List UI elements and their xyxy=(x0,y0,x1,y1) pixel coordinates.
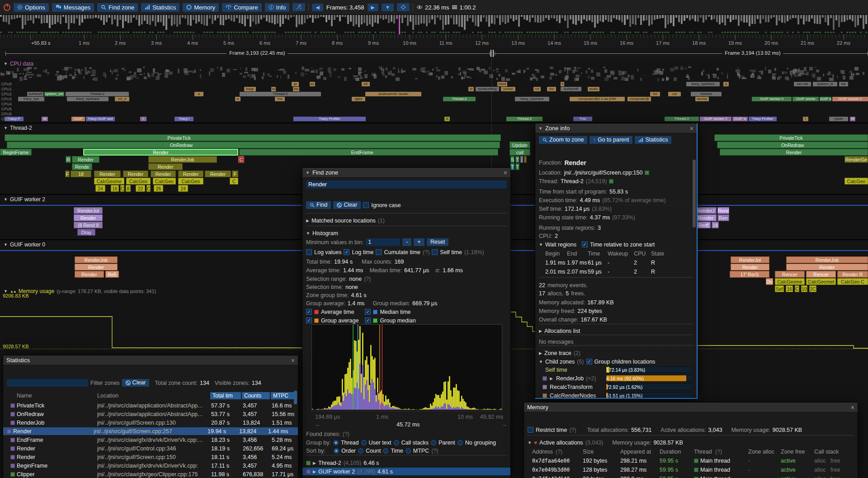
cpu-zone[interactable]: syste xyxy=(829,117,848,121)
timeline-zone[interactable]: Ren xyxy=(717,214,729,221)
timeline-zone[interactable]: Dray xyxy=(77,229,95,236)
cpu-zone[interactable]: st xyxy=(468,87,474,91)
timeline-zone[interactable]: RenderJol xyxy=(731,256,769,263)
cpu-zone[interactable]: tracy_sys xyxy=(18,97,44,101)
timeline-zone[interactable]: (8 Rend 9 xyxy=(74,222,103,228)
statistics-button[interactable]: Statistics xyxy=(141,3,179,12)
cpu-zone[interactable]: composer@2.1-se [HW xyxy=(570,97,625,101)
timeline-zone[interactable]: Render xyxy=(151,170,176,177)
cpu-zone[interactable]: igiks xyxy=(352,97,365,101)
timeline-zone[interactable]: C xyxy=(230,178,238,185)
next-frame-button[interactable]: ▶ xyxy=(368,4,378,11)
timeline-zone[interactable]: 24 xyxy=(178,185,188,192)
thread2-header[interactable]: ▼Thread-2 xyxy=(4,125,32,131)
radio-button[interactable] xyxy=(406,448,411,454)
expander-icon[interactable]: ▶ xyxy=(306,218,309,223)
timeline-zone[interactable]: PrivateTick xyxy=(714,134,868,141)
time-bar[interactable]: 72.92 μs (1.62%) xyxy=(606,383,693,390)
timeline-zone[interactable]: CalcGeo C xyxy=(837,278,868,285)
cpu-zone[interactable]: surfacefling xyxy=(476,87,499,91)
cpu-zone[interactable]: GUIF worker 2 xyxy=(700,117,731,121)
cpu-zone[interactable]: kwgr xyxy=(244,87,256,91)
cpu-zone[interactable]: M xyxy=(42,117,48,121)
cpu-zone[interactable]: l xyxy=(803,117,808,121)
cpu-zone[interactable]: surfac xyxy=(501,87,515,91)
radio-button[interactable] xyxy=(458,440,463,445)
timeline-zone[interactable]: CalcGeo xyxy=(126,178,151,185)
timeline-zone[interactable]: RenderGe xyxy=(844,156,868,163)
expander-icon[interactable]: ▶ xyxy=(550,376,553,381)
time-bar[interactable]: 51.51 μs (1.15%) xyxy=(606,392,693,398)
expander-icon[interactable]: ▶ xyxy=(539,351,542,355)
cpu-zone[interactable]: GUIF w xyxy=(732,117,748,121)
cpu-zone[interactable]: it xyxy=(561,82,564,86)
clear-button[interactable]: Clear xyxy=(333,201,361,209)
timeline-zone[interactable]: Sef xyxy=(775,285,784,292)
cpu-zone[interactable]: au xyxy=(310,82,315,86)
find-zone-button[interactable]: Find zone xyxy=(97,3,138,12)
timeline-zone[interactable] xyxy=(520,156,523,163)
timeline-zone[interactable]: RenderJ xyxy=(695,207,717,214)
timeline-zone[interactable]: T xyxy=(515,163,519,170)
timeline-zone[interactable]: C xyxy=(238,156,244,163)
histogram-plot[interactable] xyxy=(311,324,502,411)
timeline-zone[interactable]: CalcGeo xyxy=(178,178,203,185)
cpu-zone[interactable]: cfr xyxy=(362,82,370,86)
cpu-data-header[interactable]: ▼CPU data xyxy=(4,61,33,67)
memory-titlebar[interactable]: Memory× xyxy=(524,402,858,412)
reset-button[interactable]: Reset xyxy=(427,238,449,246)
timeline-zone[interactable]: Update xyxy=(509,142,530,148)
checkbox[interactable] xyxy=(306,249,312,255)
info-button[interactable]: Info xyxy=(265,3,290,12)
cpu-zone[interactable]: Thread-2 xyxy=(66,92,129,96)
cpu-zone[interactable]: Thread-2 xyxy=(443,97,476,101)
timeline-zone[interactable]: Rerff xyxy=(696,222,711,228)
timeline-zone[interactable]: Rencer xyxy=(775,271,805,278)
timeline-zone[interactable]: 18 xyxy=(71,170,91,177)
cpu-zone[interactable]: kwot xyxy=(497,82,507,86)
cpu-zone[interactable]: rot_d xyxy=(115,97,129,101)
statistics-titlebar[interactable]: Statistics× xyxy=(3,355,298,365)
text-input[interactable] xyxy=(7,379,88,387)
close-icon[interactable]: × xyxy=(851,404,854,411)
cpu-zone[interactable]: GUIF xyxy=(71,117,85,121)
expander-icon[interactable]: ▼ xyxy=(306,231,310,236)
selected-row[interactable]: Renderjni/../jni/src/guif/Screen.cpp:257… xyxy=(3,427,298,435)
checkbox[interactable]: ✓ xyxy=(582,241,588,247)
cpu-zone[interactable]: Tracy Profiler xyxy=(749,117,777,121)
cpu-zone[interactable]: audio xyxy=(588,87,599,91)
find-zone-search-input[interactable]: Render xyxy=(306,180,507,189)
timeline-zone[interactable]: 18 xyxy=(712,222,719,228)
cpu-zone[interactable]: Trac xyxy=(573,117,592,121)
timeline-zone[interactable]: Render xyxy=(148,163,183,170)
memory-usage-header[interactable]: ▼▲▲Memory usage(y-range: 178.27 KB, visi… xyxy=(4,288,156,294)
timeline-zone[interactable]: 8 xyxy=(126,185,131,192)
timeline-zone[interactable]: Render xyxy=(75,271,104,278)
frame-label[interactable]: Frame 3,193 (22.45 ms) xyxy=(226,50,288,56)
cpu-zone[interactable]: composer@ xyxy=(627,97,651,101)
cpu-zone[interactable]: tracy_systrace xyxy=(67,97,108,101)
timeline-zone[interactable]: Render xyxy=(94,170,121,177)
column-header[interactable]: Total tim xyxy=(210,392,241,399)
timeline-zone[interactable]: CalcGeo xyxy=(844,178,868,185)
checkbox[interactable]: ✓ xyxy=(586,359,592,364)
cpu-zone[interactable]: GUIF worker 0 xyxy=(752,97,792,101)
timeline-zone[interactable]: C xyxy=(120,185,124,192)
timeline-zone[interactable]: CalcGeomet xyxy=(806,278,836,285)
go-to-parent-button[interactable]: ↑ Go to parent xyxy=(590,136,632,144)
radio-button[interactable] xyxy=(361,440,367,445)
timeline-zone[interactable]: 22 xyxy=(136,185,145,192)
timeline-zone[interactable]: Render xyxy=(83,149,238,156)
timeline-zone[interactable]: RenderJob xyxy=(75,256,118,263)
zone-info-scrollbar[interactable] xyxy=(693,160,696,227)
timeline-zone[interactable]: F xyxy=(65,170,70,177)
timeline-zone[interactable]: OnRedraw xyxy=(717,142,868,148)
checkbox[interactable]: ✓ xyxy=(365,317,371,323)
cpu-zone[interactable]: rol xyxy=(533,87,541,91)
find-button[interactable]: Find xyxy=(306,201,331,209)
timeline-zone[interactable]: 16 xyxy=(111,185,119,192)
cpu-zone[interactable]: a xyxy=(235,97,241,101)
zoom-to-zone-button[interactable]: Zoom to zone xyxy=(539,136,587,144)
cpu-zone[interactable]: w xyxy=(271,87,276,91)
timeline-zone[interactable]: Render xyxy=(74,214,103,221)
